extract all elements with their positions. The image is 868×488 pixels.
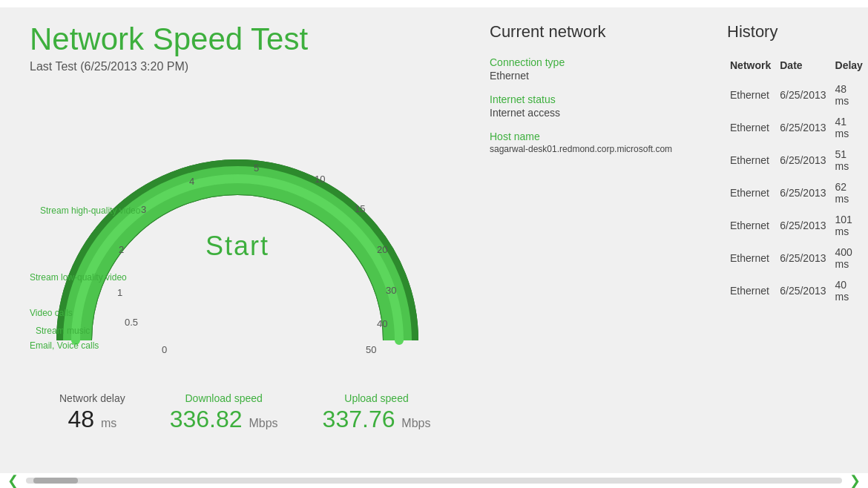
history-row-0[interactable]: Ethernet6/25/201348 ms [727, 79, 868, 111]
history-cell-delay-3: 62 ms [832, 177, 868, 209]
scale-5: 5 [254, 162, 259, 174]
history-cell-date-2: 6/25/2013 [777, 144, 832, 177]
host-name-field: Host name sagarwal-desk01.redmond.corp.m… [490, 131, 697, 154]
scroll-right-arrow[interactable]: ❯ [849, 472, 861, 488]
scrollbar-area[interactable] [26, 478, 842, 484]
scale-0: 0 [162, 344, 167, 355]
left-panel: Network Speed Test Last Test (6/25/2013 … [30, 22, 475, 458]
history-cell-date-0: 6/25/2013 [777, 79, 832, 111]
annotation-email: Email, Voice calls [30, 340, 99, 351]
scroll-left-arrow[interactable]: ❮ [7, 472, 19, 488]
scale-20: 20 [377, 244, 387, 255]
history-title: History [727, 22, 868, 42]
download-speed-label: Download speed [170, 392, 278, 404]
scale-4: 4 [189, 176, 194, 187]
history-cell-network-5: Ethernet [727, 242, 777, 274]
network-delay-label: Network delay [59, 392, 125, 404]
scale-40: 40 [377, 318, 387, 329]
history-row-1[interactable]: Ethernet6/25/201341 ms [727, 111, 868, 144]
col-network: Network [727, 56, 777, 79]
download-speed-value: 336.82 Mbps [170, 406, 278, 433]
history-table: Network Date Delay Ethernet6/25/201348 m… [727, 56, 868, 307]
current-network-panel: Current network Connection type Ethernet… [490, 22, 697, 458]
history-cell-network-1: Ethernet [727, 111, 777, 144]
history-panel: History Network Date Delay Ethernet6/25/… [727, 22, 868, 458]
history-cell-delay-2: 51 ms [832, 144, 868, 177]
annotation-low-video: Stream low-quality video [30, 272, 127, 283]
metrics-row: Network delay 48 ms Download speed 336.8… [30, 392, 475, 433]
col-date: Date [777, 56, 832, 79]
scale-05: 0.5 [125, 317, 138, 328]
connection-type-value: Ethernet [490, 70, 697, 82]
app-title: Network Speed Test [30, 22, 475, 56]
annotation-video-calls: Video calls [30, 308, 73, 318]
network-delay-metric: Network delay 48 ms [59, 392, 125, 433]
scale-15: 15 [355, 203, 365, 214]
annotation-high-video: Stream high-quality video [40, 205, 140, 216]
history-cell-network-2: Ethernet [727, 144, 777, 177]
connection-type-field: Connection type Ethernet [490, 56, 697, 82]
scale-3: 3 [141, 204, 146, 215]
connection-type-label: Connection type [490, 56, 697, 68]
history-cell-network-3: Ethernet [727, 177, 777, 209]
history-cell-delay-6: 40 ms [832, 274, 868, 307]
history-row-6[interactable]: Ethernet6/25/201340 ms [727, 274, 868, 307]
scale-1: 1 [117, 287, 122, 298]
history-cell-network-6: Ethernet [727, 274, 777, 307]
scale-50: 50 [366, 344, 376, 355]
history-cell-delay-5: 400 ms [832, 242, 868, 274]
history-cell-delay-4: 101 ms [832, 209, 868, 242]
history-cell-date-4: 6/25/2013 [777, 209, 832, 242]
internet-status-value: Internet access [490, 107, 697, 119]
history-cell-network-0: Ethernet [727, 79, 777, 111]
main-container: Network Speed Test Last Test (6/25/2013 … [0, 0, 868, 488]
internet-status-label: Internet status [490, 93, 697, 105]
scrollbar-thumb[interactable] [33, 478, 78, 484]
upload-speed-label: Upload speed [323, 392, 431, 404]
history-row-5[interactable]: Ethernet6/25/2013400 ms [727, 242, 868, 274]
history-row-3[interactable]: Ethernet6/25/201362 ms [727, 177, 868, 209]
history-cell-delay-1: 41 ms [832, 111, 868, 144]
upload-speed-unit: Mbps [401, 417, 430, 429]
history-cell-date-1: 6/25/2013 [777, 111, 832, 144]
annotation-music: Stream music [36, 326, 90, 336]
history-cell-network-4: Ethernet [727, 209, 777, 242]
scale-10: 10 [315, 174, 325, 185]
history-cell-date-6: 6/25/2013 [777, 274, 832, 307]
current-network-title: Current network [490, 22, 697, 42]
top-bar [0, 0, 868, 7]
history-row-4[interactable]: Ethernet6/25/2013101 ms [727, 209, 868, 242]
upload-speed-metric: Upload speed 337.76 Mbps [323, 392, 431, 433]
download-speed-metric: Download speed 336.82 Mbps [170, 392, 278, 433]
host-name-value: sagarwal-desk01.redmond.corp.microsoft.c… [490, 144, 697, 154]
download-speed-unit: Mbps [249, 417, 277, 429]
bottom-bar: ❮ ❯ [0, 473, 868, 488]
scale-2: 2 [119, 244, 124, 255]
start-button[interactable]: Start [206, 231, 269, 262]
host-name-label: Host name [490, 131, 697, 142]
history-cell-date-3: 6/25/2013 [777, 177, 832, 209]
last-test-label: Last Test (6/25/2013 3:20 PM) [30, 60, 475, 73]
history-row-2[interactable]: Ethernet6/25/201351 ms [727, 144, 868, 177]
scale-30: 30 [386, 285, 396, 296]
content-area: Network Speed Test Last Test (6/25/2013 … [0, 7, 868, 473]
network-delay-value: 48 ms [59, 406, 125, 433]
history-cell-delay-0: 48 ms [832, 79, 868, 111]
gauge-area: 0 0.5 1 2 3 4 5 10 15 20 30 [30, 88, 445, 385]
upload-speed-value: 337.76 Mbps [323, 406, 431, 433]
network-delay-unit: ms [101, 417, 116, 429]
right-panel: Current network Connection type Ethernet… [475, 22, 838, 458]
col-delay: Delay [832, 56, 868, 79]
history-cell-date-5: 6/25/2013 [777, 242, 832, 274]
internet-status-field: Internet status Internet access [490, 93, 697, 119]
